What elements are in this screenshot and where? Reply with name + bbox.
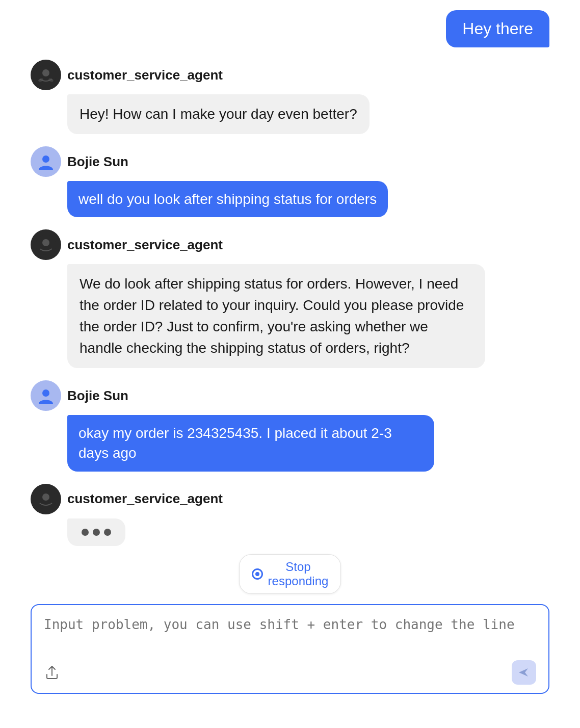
stop-label: Stopresponding [268, 560, 329, 588]
agent-message-2: customer_service_agent We do look after … [31, 229, 549, 368]
agent-header-typing: customer_service_agent [31, 484, 223, 514]
chat-container: Hey there customer_service_agent Hey! Ho… [0, 0, 580, 604]
typing-dot-2 [93, 529, 100, 536]
stop-icon-inner [255, 572, 259, 576]
user-message-top: Hey there [31, 10, 549, 47]
send-button[interactable] [512, 660, 536, 685]
bojie-avatar-2 [31, 380, 61, 411]
bojie-header-2: Bojie Sun [31, 380, 128, 411]
agent-avatar-typing [31, 484, 61, 514]
stop-icon [252, 568, 263, 580]
agent-name-2: customer_service_agent [67, 237, 223, 253]
upload-button[interactable] [44, 664, 60, 681]
bojie-message-2: Bojie Sun okay my order is 234325435. I … [31, 380, 549, 471]
agent-header-1: customer_service_agent [31, 60, 223, 90]
agent-typing-bubble [67, 518, 125, 546]
upload-icon [44, 664, 60, 681]
bojie-name-1: Bojie Sun [67, 154, 128, 170]
agent-message-1: customer_service_agent Hey! How can I ma… [31, 60, 549, 134]
agent-avatar-2 [31, 229, 61, 260]
bojie-bubble-2: okay my order is 234325435. I placed it … [67, 415, 434, 471]
bojie-header-1: Bojie Sun [31, 146, 128, 177]
stop-responding-button[interactable]: Stopresponding [239, 554, 341, 594]
agent-bubble-2: We do look after shipping status for ord… [67, 264, 485, 368]
bojie-bubble-1: well do you look after shipping status f… [67, 181, 388, 217]
input-footer [44, 660, 536, 685]
svg-point-6 [42, 239, 49, 246]
message-input[interactable] [44, 615, 536, 653]
input-area[interactable] [31, 604, 549, 694]
svg-point-9 [42, 493, 49, 501]
bojie-message-1: Bojie Sun well do you look after shippin… [31, 146, 549, 217]
bojie-avatar-1 [31, 146, 61, 177]
user-bubble-top: Hey there [446, 10, 549, 47]
typing-dot-3 [104, 529, 111, 536]
send-icon [518, 666, 530, 679]
svg-point-4 [42, 155, 49, 163]
agent-name-typing: customer_service_agent [67, 491, 223, 507]
agent-message-typing: customer_service_agent [31, 484, 549, 546]
agent-bubble-1: Hey! How can I make your day even better… [67, 94, 370, 134]
agent-name-1: customer_service_agent [67, 67, 223, 83]
svg-point-7 [42, 389, 49, 397]
stop-responding-area: Stopresponding [31, 554, 549, 594]
bojie-name-2: Bojie Sun [67, 388, 128, 404]
svg-point-1 [42, 69, 49, 76]
agent-header-2: customer_service_agent [31, 229, 223, 260]
agent-avatar-1 [31, 60, 61, 90]
typing-dot-1 [82, 529, 89, 536]
